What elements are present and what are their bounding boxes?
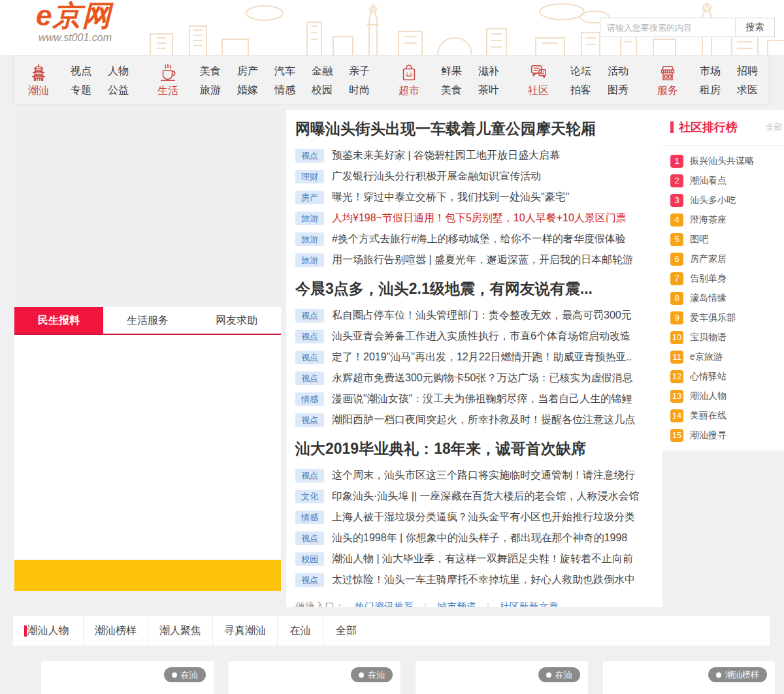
content-card[interactable]: 在汕 (41, 661, 214, 694)
ranking-item[interactable]: 2潮汕看点 (670, 171, 783, 191)
ranking-item[interactable]: 15潮汕搜寻 (670, 426, 783, 445)
ranking-item[interactable]: 14美丽在线 (670, 406, 783, 426)
nav-link[interactable]: 人物 (108, 61, 129, 80)
nav-major-item[interactable]: 超市 (393, 63, 425, 98)
bottom-tab[interactable]: 在汕 (278, 616, 323, 646)
ranking-item[interactable]: 12心情驿站 (670, 367, 783, 386)
category-tag[interactable]: 视点 (295, 413, 324, 427)
nav-link[interactable]: 活动 (608, 61, 629, 80)
section-headline[interactable]: 网曝汕头街头出现一车载着儿童公园摩天轮厢 (295, 119, 656, 138)
nav-link[interactable]: 校园 (312, 80, 333, 99)
category-tag[interactable]: 视点 (295, 309, 324, 323)
nav-link[interactable]: 旅游 (200, 80, 221, 99)
banner-slider-placeholder[interactable] (14, 111, 281, 306)
content-card[interactable]: 在汕 (229, 661, 401, 694)
content-card[interactable]: 在汕 (416, 661, 588, 694)
nav-major-item[interactable]: 社区 (523, 63, 554, 98)
nav-link[interactable]: 房产 (237, 61, 258, 80)
category-tag[interactable]: 视点 (295, 531, 324, 545)
nav-link[interactable]: 公益 (108, 80, 129, 99)
nav-major-item[interactable]: 潮汕 (23, 63, 54, 98)
nav-link[interactable]: 图秀 (608, 80, 629, 99)
left-tab[interactable]: 生活服务 (103, 307, 192, 334)
nav-link[interactable]: 租房 (700, 80, 721, 99)
nav-link[interactable]: 鲜果 (441, 61, 462, 80)
article-link[interactable]: 定了！2019"汕马"再出发，12月22日燃情开跑！助威亚青预热亚.. (332, 351, 632, 364)
article-link[interactable]: 太过惊险！汕头一车主骑摩托不幸掉坑里，好心人救助也跌倒水中 (332, 573, 635, 587)
ranking-item[interactable]: 4澄海茶座 (670, 210, 783, 230)
quick-link[interactable]: 热门资讯推荐 (355, 601, 414, 608)
section-headline[interactable]: 今晨3点多，汕头2.1级地震，有网友说有震... (295, 279, 656, 298)
article-link[interactable]: 用一场旅行告别喧嚣 | 盛夏光年，邂逅深蓝，开启我的日本邮轮游 (332, 253, 633, 267)
ranking-item[interactable]: 1振兴汕头共谋略 (670, 151, 783, 171)
nav-link[interactable]: 招聘 (737, 61, 758, 80)
article-link[interactable]: 印象汕头·汕头埠 || 一座深藏在百货大楼后的老会馆，人称浸水会馆 (332, 490, 640, 503)
category-tag[interactable]: 旅游 (295, 212, 324, 225)
nav-link[interactable]: 拍客 (570, 80, 591, 99)
bottom-tab[interactable]: 潮汕人物 (13, 616, 84, 646)
category-tag[interactable]: 视点 (295, 149, 324, 163)
article-link[interactable]: 这个周末，汕头市区这三个路口将实施临时交通管制！请注意绕行 (332, 469, 635, 482)
ranking-item[interactable]: 13潮汕人物 (670, 386, 783, 406)
ranking-item[interactable]: 8濠岛情缘 (670, 289, 783, 308)
bottom-tab[interactable]: 寻真潮汕 (213, 616, 278, 646)
ranking-item[interactable]: 5图吧 (670, 230, 783, 249)
quick-link[interactable]: 社区新新文章 (500, 601, 559, 608)
category-tag[interactable]: 理财 (295, 170, 324, 183)
article-link[interactable]: 人均¥198~节假日通用！包下5房别墅，10人早餐+10人景区门票 (332, 212, 627, 225)
nav-link[interactable]: 亲子 (349, 61, 370, 80)
nav-link[interactable]: 金融 (312, 61, 333, 80)
nav-link[interactable]: 滋补 (478, 61, 499, 80)
ranking-item[interactable]: 7告别单身 (670, 269, 783, 289)
article-link[interactable]: 潮汕人物 | 汕大毕业季，有这样一双舞蹈足尖鞋！旋转着不止向前 (332, 552, 633, 566)
site-logo[interactable]: e京网 www.st001.com (36, 1, 112, 43)
nav-link[interactable]: 市场 (700, 61, 721, 80)
nav-link[interactable]: 美食 (441, 80, 462, 99)
nav-link[interactable]: 情感 (274, 80, 295, 99)
article-link[interactable]: 上海人被干湿垃圾分类逼疯？汕头金平有小区也开始推行垃圾分类 (332, 511, 635, 524)
nav-major-item[interactable]: 服务 (652, 63, 683, 98)
article-link[interactable]: 私自圈占停车位！汕头管理部门：责令整改无效，最高可罚300元 (332, 309, 632, 323)
nav-link[interactable]: 视点 (71, 61, 91, 80)
category-tag[interactable]: 视点 (295, 371, 324, 385)
nav-link[interactable]: 时尚 (349, 80, 370, 99)
ranking-view-all-link[interactable]: 全部 (766, 121, 783, 133)
category-tag[interactable]: 视点 (295, 330, 324, 343)
category-tag[interactable]: 视点 (295, 351, 324, 364)
article-link[interactable]: 预鉴未来美好家 | 谷饶碧桂园工地开放日盛大启幕 (332, 149, 560, 163)
ranking-item[interactable]: 9爱车俱乐部 (670, 308, 783, 328)
nav-link[interactable]: 求医 (737, 80, 758, 99)
ranking-item[interactable]: 10宝贝物语 (670, 328, 783, 347)
category-tag[interactable]: 情感 (295, 511, 324, 524)
category-tag[interactable]: 房产 (295, 191, 324, 204)
bottom-tab[interactable]: 全部 (323, 616, 369, 646)
category-tag[interactable]: 校园 (295, 552, 324, 566)
ad-banner[interactable] (14, 560, 281, 591)
nav-link[interactable]: 汽车 (274, 61, 295, 80)
left-tab[interactable]: 民生报料 (14, 307, 103, 334)
nav-link[interactable]: 论坛 (570, 61, 591, 80)
nav-link[interactable]: 专题 (71, 80, 91, 99)
article-link[interactable]: #换个方式去旅行#海上的移动城堡，给你不一样的奢华度假体验 (332, 232, 626, 246)
nav-major-item[interactable]: 生活 (152, 63, 184, 98)
category-tag[interactable]: 旅游 (295, 232, 324, 246)
section-headline[interactable]: 汕大2019毕业典礼：18年来，诚哥首次缺席 (295, 439, 656, 458)
article-link[interactable]: 广发银行汕头分行积极开展金融知识宣传活动 (332, 170, 541, 183)
quick-link[interactable]: 城市频道 (437, 601, 476, 608)
article-link[interactable]: 汕头的1998年 | 你想象中的汕头样子，都出现在那个神奇的1998 (332, 531, 627, 545)
article-link[interactable]: 汕头亚青会筹备工作进入实质性执行，市直6个体育场馆启动改造 (332, 330, 630, 343)
left-tab[interactable]: 网友求助 (192, 307, 281, 334)
nav-link[interactable]: 婚嫁 (237, 80, 258, 99)
article-link[interactable]: 永辉超市免费送300元购物卡50张？万达广场：已核实为虚假消息 (332, 371, 633, 385)
search-input[interactable] (600, 18, 735, 37)
ranking-item[interactable]: 11e京旅游 (670, 347, 783, 367)
content-card[interactable]: 潮汕榜样 (603, 661, 776, 694)
category-tag[interactable]: 旅游 (295, 253, 324, 267)
article-link[interactable]: 潮阳西胪一档口夜间突起火，所幸扑救及时！提醒各位注意这几点 (332, 413, 635, 427)
nav-link[interactable]: 茶叶 (478, 80, 499, 99)
article-link[interactable]: 漫画说"潮汕女孩"：没工夫为佛祖鞠躬尽瘁，当着自己人生的锦鲤 (332, 392, 632, 406)
category-tag[interactable]: 文化 (295, 490, 324, 503)
category-tag[interactable]: 情感 (295, 392, 324, 406)
category-tag[interactable]: 视点 (295, 573, 324, 587)
bottom-tab[interactable]: 潮人聚焦 (148, 616, 213, 646)
